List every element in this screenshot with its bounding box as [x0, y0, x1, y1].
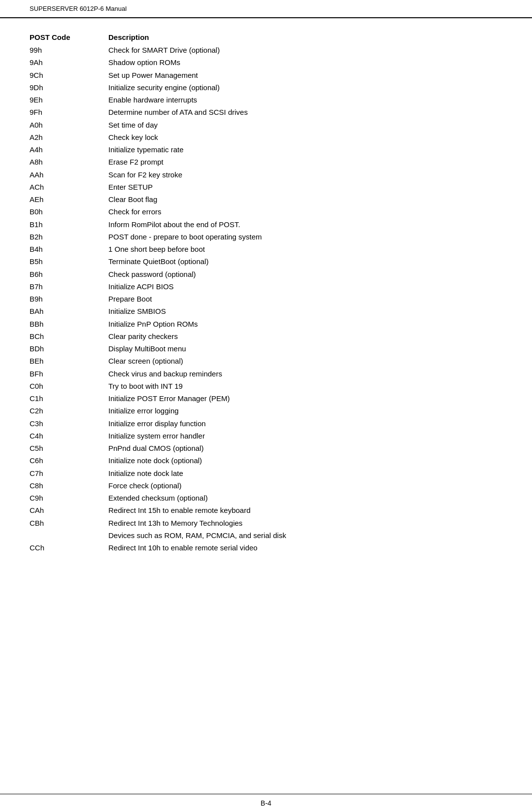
table-row: A8hErase F2 prompt — [30, 156, 502, 168]
page-number: B-4 — [261, 799, 271, 807]
table-row: A2hCheck key lock — [30, 132, 502, 143]
post-code-cell: C5h — [30, 442, 108, 454]
post-code-cell: B2h — [30, 231, 108, 242]
post-desc-cell: Initialize POST Error Manager (PEM) — [108, 393, 502, 404]
post-code-cell: BAh — [30, 305, 108, 317]
post-code-cell: AEh — [30, 194, 108, 205]
post-desc-cell: Initialize ACPI BIOS — [108, 281, 502, 292]
post-desc-cell: Initialize typematic rate — [108, 144, 502, 155]
post-desc-cell: Check key lock — [108, 132, 502, 143]
post-code-cell: B1h — [30, 219, 108, 230]
post-code-cell: C3h — [30, 418, 108, 429]
post-code-cell: CAh — [30, 505, 108, 516]
post-code-cell: AAh — [30, 169, 108, 180]
post-desc-cell: Check for SMART Drive (optional) — [108, 44, 502, 56]
post-code-cell: 9Ah — [30, 57, 108, 68]
post-code-cell: BDh — [30, 343, 108, 354]
post-desc-cell: Initialize note dock late — [108, 468, 502, 479]
post-code-table: POST Code Description 99hCheck for SMART… — [30, 33, 502, 553]
table-row: A0hSet time of day — [30, 119, 502, 131]
post-desc-cell: Force check (optional) — [108, 480, 502, 491]
table-row: BEhClear screen (optional) — [30, 355, 502, 367]
post-code-cell: B9h — [30, 293, 108, 304]
post-code-cell: 9Eh — [30, 94, 108, 105]
post-desc-cell: Initialize note dock (optional) — [108, 455, 502, 466]
post-desc-cell: 1 One short beep before boot — [108, 243, 502, 255]
post-code-cell: C6h — [30, 455, 108, 466]
table-row: C9hExtended checksum (optional) — [30, 492, 502, 504]
post-code-cell: C9h — [30, 492, 108, 504]
table-row: 99hCheck for SMART Drive (optional) — [30, 44, 502, 56]
table-row: AChEnter SETUP — [30, 181, 502, 193]
post-code-cell: C0h — [30, 380, 108, 392]
table-row: C5hPnPnd dual CMOS (optional) — [30, 442, 502, 454]
post-desc-cell: Check password (optional) — [108, 269, 502, 280]
post-desc-cell: Initialize system error handler — [108, 430, 502, 441]
post-code-cell: 99h — [30, 44, 108, 56]
post-code-cell: CBh — [30, 517, 108, 529]
table-row: C1hInitialize POST Error Manager (PEM) — [30, 393, 502, 404]
table-row: B0hCheck for errors — [30, 206, 502, 217]
table-row: CBhRedirect Int 13h to Memory Technologi… — [30, 517, 502, 529]
post-code-cell: ACh — [30, 181, 108, 193]
post-desc-cell: Prepare Boot — [108, 293, 502, 304]
post-code-cell: B0h — [30, 206, 108, 217]
post-code-cell: A8h — [30, 156, 108, 168]
table-row: BBhInitialize PnP Option ROMs — [30, 318, 502, 330]
bottom-bar: B-4 — [0, 794, 532, 812]
table-row: BChClear parity checkers — [30, 331, 502, 342]
post-desc-cell: Enter SETUP — [108, 181, 502, 193]
post-code-cell: B7h — [30, 281, 108, 292]
post-code-cell: BEh — [30, 355, 108, 367]
table-row: A4hInitialize typematic rate — [30, 144, 502, 155]
post-desc-cell: Extended checksum (optional) — [108, 492, 502, 504]
post-code-cell: B5h — [30, 256, 108, 267]
content-area: POST Code Description 99hCheck for SMART… — [0, 18, 532, 794]
table-row: B6hCheck password (optional) — [30, 269, 502, 280]
post-desc-cell: Enable hardware interrupts — [108, 94, 502, 105]
post-code-cell: C7h — [30, 468, 108, 479]
post-desc-cell: Clear Boot flag — [108, 194, 502, 205]
post-code-cell: BCh — [30, 331, 108, 342]
table-row: C6hInitialize note dock (optional) — [30, 455, 502, 466]
post-desc-cell: Inform RomPilot about the end of POST. — [108, 219, 502, 230]
post-code-cell: 9Dh — [30, 82, 108, 93]
post-desc-cell: Set up Power Management — [108, 69, 502, 81]
table-row: B5hTerminate QuietBoot (optional) — [30, 256, 502, 267]
table-row: CAhRedirect Int 15h to enable remote key… — [30, 505, 502, 516]
post-code-cell: B6h — [30, 269, 108, 280]
post-code-cell: CCh — [30, 542, 108, 553]
table-row: 9AhShadow option ROMs — [30, 57, 502, 68]
post-desc-cell: PnPnd dual CMOS (optional) — [108, 442, 502, 454]
table-row: B2hPOST done - prepare to boot operating… — [30, 231, 502, 242]
post-code-cell: 9Ch — [30, 69, 108, 81]
col-desc-header: Description — [108, 33, 502, 41]
post-code-cell: C4h — [30, 430, 108, 441]
post-code-cell: A0h — [30, 119, 108, 131]
post-code-cell: C2h — [30, 405, 108, 416]
table-row: BDhDisplay MultiBoot menu — [30, 343, 502, 354]
table-row: BFhCheck virus and backup reminders — [30, 368, 502, 379]
table-row: C7hInitialize note dock late — [30, 468, 502, 479]
post-desc-cell: Devices such as ROM, RAM, PCMCIA, and se… — [108, 530, 502, 541]
table-rows-container: 99hCheck for SMART Drive (optional)9AhSh… — [30, 44, 502, 553]
post-desc-cell: Initialize security engine (optional) — [108, 82, 502, 93]
post-desc-cell: Terminate QuietBoot (optional) — [108, 256, 502, 267]
post-desc-cell: Clear screen (optional) — [108, 355, 502, 367]
table-row: C0hTry to boot with INT 19 — [30, 380, 502, 392]
post-code-cell: BBh — [30, 318, 108, 330]
post-code-cell: A2h — [30, 132, 108, 143]
table-row: C3hInitialize error display function — [30, 418, 502, 429]
post-code-cell: A4h — [30, 144, 108, 155]
post-code-cell: B4h — [30, 243, 108, 255]
table-row: 9ChSet up Power Management — [30, 69, 502, 81]
post-desc-cell: Redirect Int 10h to enable remote serial… — [108, 542, 502, 553]
post-code-cell: C1h — [30, 393, 108, 404]
table-row: B1hInform RomPilot about the end of POST… — [30, 219, 502, 230]
post-desc-cell: Check for errors — [108, 206, 502, 217]
post-desc-cell: Erase F2 prompt — [108, 156, 502, 168]
table-row: C8hForce check (optional) — [30, 480, 502, 491]
page-wrapper: SUPERSERVER 6012P-6 Manual POST Code Des… — [0, 0, 532, 812]
table-row: BAhInitialize SMBIOS — [30, 305, 502, 317]
post-desc-cell: Try to boot with INT 19 — [108, 380, 502, 392]
